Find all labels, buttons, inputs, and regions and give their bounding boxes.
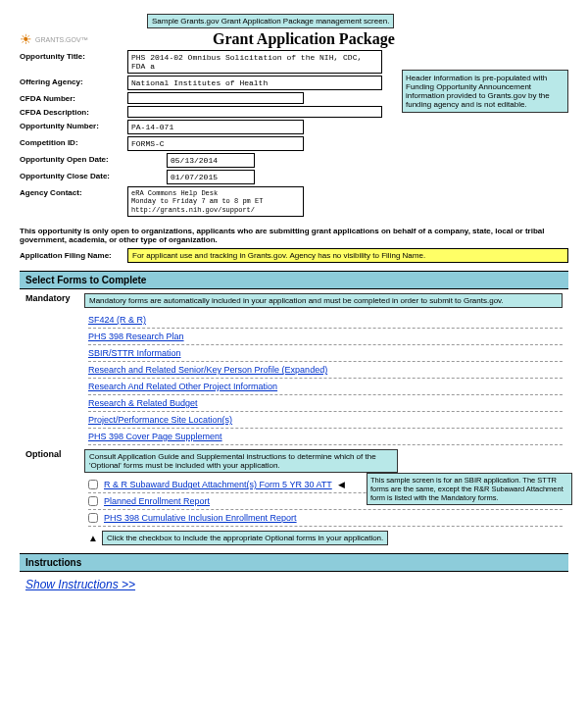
form-link[interactable]: SBIR/STTR Information	[88, 348, 181, 358]
label-optional: Optional	[25, 449, 84, 459]
form-link[interactable]: PHS 398 Cumulative Inclusion Enrollment …	[104, 513, 297, 523]
optional-callout: Consult Application Guide and Supplement…	[84, 449, 398, 473]
label-opportunity-title: Opportunity Title:	[20, 50, 127, 61]
optional-forms-list: R & R Subaward Budget Attachment(s) Form…	[88, 477, 563, 527]
field-opportunity-title: PHS 2014-02 Omnibus Solicitation of the …	[127, 50, 382, 74]
field-competition-id: FORMS-C	[127, 136, 304, 151]
label-mandatory: Mandatory	[25, 293, 84, 303]
header-info-callout: Header information is pre-populated with…	[402, 70, 568, 113]
field-offering-agency: National Institutes of Health	[127, 76, 382, 90]
arrow-up-icon: ▲	[88, 533, 98, 543]
grants-gov-logo: ☀ GRANTS.GOV™	[20, 31, 88, 47]
label-close-date: Opportunity Close Date:	[20, 170, 127, 180]
form-link[interactable]: Research and Related Senior/Key Person P…	[88, 365, 327, 375]
mandatory-forms-list: SF424 (R & R) PHS 398 Research Plan SBIR…	[88, 312, 563, 445]
organization-note: This opportunity is only open to organiz…	[20, 227, 568, 244]
page-title: Grant Application Package	[98, 30, 510, 48]
form-link[interactable]: Planned Enrollment Report	[104, 496, 210, 506]
section-instructions: Instructions	[20, 553, 568, 572]
field-cfda-number	[127, 92, 304, 104]
label-cfda-description: CFDA Description:	[20, 106, 127, 117]
optional-checkbox[interactable]	[88, 480, 98, 489]
field-close-date: 01/07/2015	[167, 170, 255, 184]
label-offering-agency: Offering Agency:	[20, 76, 127, 86]
label-cfda-number: CFDA Number:	[20, 92, 127, 103]
form-link[interactable]: Research And Related Other Project Infor…	[88, 382, 277, 391]
section-select-forms: Select Forms to Complete	[20, 271, 568, 289]
mandatory-callout: Mandatory forms are automatically includ…	[84, 293, 563, 308]
label-competition-id: Competition ID:	[20, 136, 127, 147]
form-link[interactable]: Research & Related Budget	[88, 398, 198, 408]
field-cfda-description	[127, 106, 382, 118]
label-filing-name: Application Filing Name:	[20, 251, 127, 260]
label-agency-contact: Agency Contact:	[20, 186, 127, 197]
field-agency-contact: eRA Commons Help Desk Monday to Friday 7…	[127, 186, 304, 217]
top-callout: Sample Grants.gov Grant Application Pack…	[147, 14, 394, 28]
form-link[interactable]: PHS 398 Research Plan	[88, 332, 184, 341]
optional-checkbox[interactable]	[88, 496, 98, 506]
show-instructions-link[interactable]: Show Instructions >>	[25, 578, 135, 591]
label-opportunity-number: Opportunity Number:	[20, 120, 127, 130]
optional-checkbox[interactable]	[88, 513, 98, 523]
arrow-icon: ◀	[338, 480, 345, 489]
field-open-date: 05/13/2014	[167, 153, 255, 168]
label-open-date: Opportunity Open Date:	[20, 153, 127, 164]
form-link[interactable]: SF424 (R & R)	[88, 315, 146, 325]
checkbox-callout: Click the checkbox to include the approp…	[102, 531, 388, 545]
sun-icon: ☀	[20, 31, 32, 47]
field-filing-name[interactable]: For applicant use and tracking in Grants…	[127, 248, 568, 263]
form-link[interactable]: Project/Performance Site Location(s)	[88, 415, 232, 425]
form-link[interactable]: R & R Subaward Budget Attachment(s) Form…	[104, 480, 332, 489]
form-link[interactable]: PHS 398 Cover Page Supplement	[88, 432, 222, 441]
field-opportunity-number: PA-14-071	[127, 120, 304, 134]
